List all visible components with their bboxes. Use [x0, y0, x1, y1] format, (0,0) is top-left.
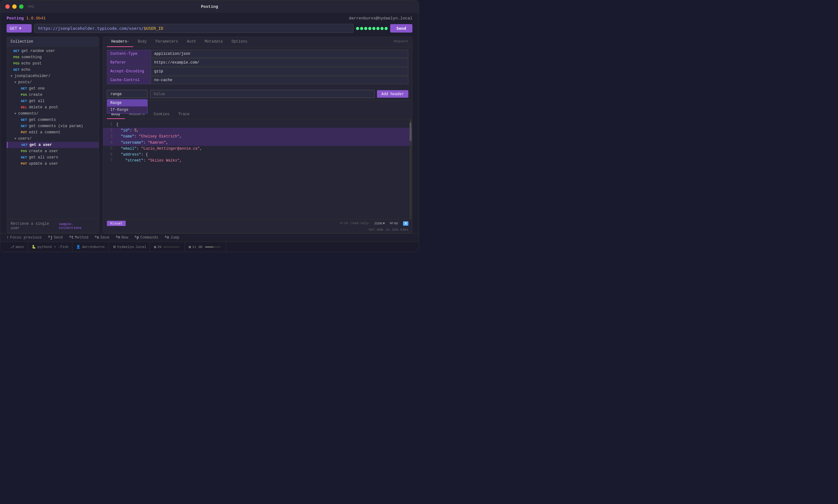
item-label: get a user	[30, 143, 52, 147]
method-badge: POS	[11, 55, 19, 59]
visual-button[interactable]: Visual	[107, 221, 126, 226]
folder-label: jsonplaceholder/	[14, 74, 50, 78]
method-badge: DEL	[18, 106, 27, 109]
cursor-position: 4:24 read-only	[340, 221, 369, 226]
line-number: 4	[107, 140, 113, 146]
close-button[interactable]	[5, 4, 10, 9]
scrollbar-thumb	[410, 122, 411, 141]
folder-users[interactable]: ▼ users/	[7, 136, 99, 142]
sidebar-item-get-all-users[interactable]: GET get all users	[7, 154, 99, 161]
format-select[interactable]: JSON ▼	[374, 221, 385, 226]
maximize-button[interactable]	[19, 4, 23, 9]
sidebar-item-get-echo[interactable]: GET echo	[7, 67, 99, 73]
status-user: 👤 darrenburns	[72, 242, 109, 252]
chevron-down-icon: ▼	[14, 137, 16, 141]
footer-right: 4:24 read-only JSON ▼ Wrap X	[340, 221, 408, 226]
main-content: Collection GET get random user POS somet…	[0, 37, 419, 233]
sidebar-item-del-post[interactable]: DEL delete a post	[7, 104, 99, 110]
autocomplete-item-if-range[interactable]: If-Range	[107, 106, 147, 113]
hostname-label: hydaelyn.local	[117, 245, 146, 249]
folder-comments[interactable]: ▼ comments/	[7, 110, 99, 117]
wrap-button[interactable]: Wrap	[390, 221, 398, 226]
item-label: get comments (via param)	[29, 124, 83, 128]
line-number: 3	[107, 134, 113, 140]
cpu-bar	[164, 246, 179, 248]
tab-options[interactable]: Options	[227, 37, 252, 47]
send-button[interactable]: Send	[390, 24, 412, 33]
header-row-accept-encoding: Accept-Encoding gzip	[107, 67, 408, 75]
sidebar-item-pos-create[interactable]: POS create	[7, 92, 99, 98]
method-badge: PUT	[18, 130, 27, 134]
response-tab-trace[interactable]: Trace	[174, 110, 194, 119]
sidebar-item-get-random-user[interactable]: GET get random user	[7, 48, 99, 54]
dot-4	[368, 27, 371, 30]
sidebar-item-get-user-active[interactable]: GET get a user	[7, 142, 99, 148]
add-header-row: Add header Range If-Range	[103, 87, 412, 101]
shortcut-hint: ⌥⌘2	[27, 4, 34, 9]
sidebar-item-pos-echo-post[interactable]: POS echo post	[7, 60, 99, 67]
tab-headers[interactable]: Headers•	[107, 37, 133, 47]
status-python: 🐍 python3 • -fish	[28, 242, 72, 252]
branch-name: main	[16, 245, 24, 249]
url-var: $USER_ID	[144, 26, 164, 31]
tab-auth[interactable]: Auth	[183, 37, 200, 47]
code-line-5: 5 "email": "Lucio_Hettinger@annie.ca",	[107, 146, 408, 152]
header-key-input[interactable]	[107, 90, 148, 98]
code-content: "id": 5,	[116, 128, 139, 134]
minimize-button[interactable]	[12, 4, 17, 9]
autocomplete-item-range[interactable]: Range	[107, 100, 147, 106]
keybind-jump: ^o Jump	[165, 235, 179, 240]
tab-label: Body	[138, 39, 147, 44]
scrollbar[interactable]	[410, 119, 411, 219]
arrow-up-icon: ↑	[6, 235, 9, 240]
sidebar-item-get-comments[interactable]: GET get comments	[7, 117, 99, 123]
monitor-icon: 🖥	[113, 245, 116, 249]
add-header-button[interactable]: Add header	[377, 90, 408, 98]
dot-5	[372, 27, 375, 30]
sidebar-item-get-all[interactable]: GET get all	[7, 98, 99, 104]
sidebar-list: GET get random user POS something POS ec…	[7, 47, 99, 219]
autocomplete-dropdown: Range If-Range	[107, 99, 148, 114]
tab-body[interactable]: Body	[133, 37, 151, 47]
dot-3	[364, 27, 367, 30]
memory-icon: ▦	[189, 245, 191, 249]
sidebar-footer: Retrieve a single user sample-collection…	[7, 219, 99, 233]
method-select[interactable]: GET ▼	[6, 24, 32, 33]
header-value-input[interactable]	[150, 90, 375, 98]
action-label: New	[122, 235, 129, 240]
method-badge: GET	[18, 124, 27, 128]
branch-icon: ⎇	[10, 245, 14, 249]
item-label: echo post	[21, 61, 42, 66]
tab-parameters[interactable]: Parameters	[151, 37, 183, 47]
tab-metadata[interactable]: Metadata	[200, 37, 227, 47]
response-time: in 158.63ms	[386, 228, 408, 232]
key-combo: ^p	[134, 235, 139, 240]
item-label: edit a comment	[29, 130, 61, 134]
keybind-send: ^j Send	[48, 235, 63, 240]
window-title: Posting	[201, 4, 218, 9]
sidebar-item-put-edit-comment[interactable]: PUT edit a comment	[7, 129, 99, 136]
x-button[interactable]: X	[403, 221, 408, 226]
action-label: Commands	[140, 235, 158, 240]
response-tab-cookies[interactable]: Cookies	[149, 110, 174, 119]
folder-posts[interactable]: ▼ posts/	[7, 79, 99, 86]
sidebar-item-pos-create-user[interactable]: POS create a user	[7, 148, 99, 154]
dropdown-arrow-icon: ▼	[19, 26, 21, 31]
url-input[interactable]: https://jsonplaceholder.typicode.com/use…	[34, 24, 354, 33]
header-row-cache-control: Cache-Control no-cache	[107, 76, 408, 84]
user-email: darrenburns@hydaelyn.local	[349, 16, 412, 21]
sidebar-item-put-update-user[interactable]: PUT update a user	[7, 161, 99, 167]
sidebar-item-get-one[interactable]: GET get one	[7, 86, 99, 92]
folder-jsonplaceholder[interactable]: ▼ jsonplaceholder/	[7, 73, 99, 79]
code-line-6: 6 "address": {	[107, 152, 408, 158]
action-label: Method	[75, 235, 88, 240]
code-line-4: 4 "username": "Kamren",	[103, 140, 412, 146]
header-value: gzip	[151, 67, 408, 75]
sidebar-item-get-comments-param[interactable]: GET get comments (via param)	[7, 123, 99, 129]
sidebar-item-pos-something[interactable]: POS something	[7, 54, 99, 60]
item-label: get comments	[29, 118, 56, 122]
code-line-1: 1 {	[107, 122, 408, 128]
keybind-focus-prev: ↑ Focus previous	[6, 235, 42, 240]
footer-description: Retrieve a single user	[11, 222, 59, 230]
tab-label: Metadata	[205, 39, 223, 44]
